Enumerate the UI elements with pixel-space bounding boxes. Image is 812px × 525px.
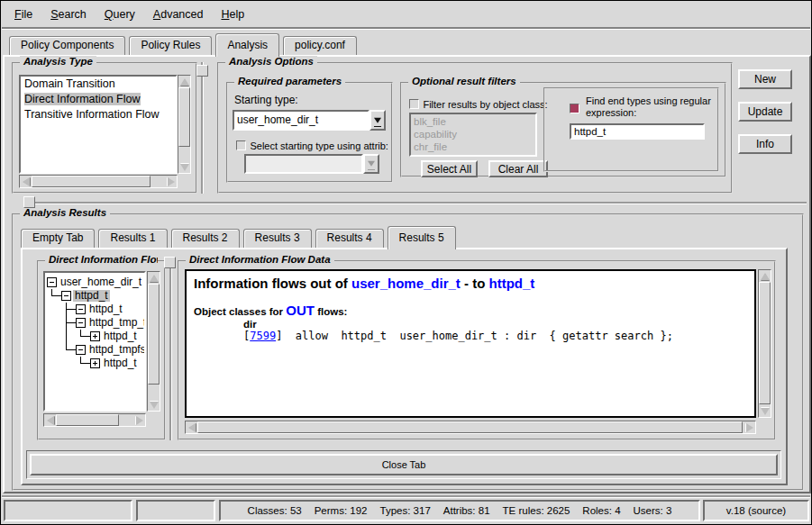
update-button[interactable]: Update [738,102,792,122]
flow-data-textarea[interactable]: Information flows out of user_home_dir_t… [185,269,756,418]
clear-all-button[interactable]: Clear All [488,160,548,177]
scroll-left-arrow-icon[interactable] [44,414,56,426]
scrollbar-thumb[interactable] [759,282,771,404]
tree-collapse-icon[interactable] [76,304,86,314]
analysis-type-hscrollbar[interactable] [19,175,178,188]
results-tab-empty-tab[interactable]: Empty Tab [21,229,95,248]
flow-tree-title: Direct Information Flow 1 [45,254,158,265]
flow-data-vscrollbar[interactable] [758,269,771,418]
scroll-left-arrow-icon[interactable] [186,421,197,433]
scrollbar-thumb[interactable] [148,284,160,385]
tree-node-label[interactable]: httpd_tmp_t [87,317,146,329]
regex-checkbox[interactable] [570,104,579,113]
scroll-up-arrow-icon[interactable] [148,272,160,284]
results-tab-results-4[interactable]: Results 4 [315,229,384,248]
scroll-down-arrow-icon[interactable] [759,405,771,417]
status-panel-version: v.18 (source) [703,500,809,521]
status-stat: Roles: 4 [582,505,620,516]
tab-analysis[interactable]: Analysis [215,33,279,57]
tree-collapse-icon[interactable] [47,277,57,287]
close-tab-button[interactable]: Close Tab [30,454,778,475]
tree-collapse-icon[interactable] [76,318,86,328]
tab-policy-conf[interactable]: policy.conf [283,36,357,55]
scroll-down-arrow-icon[interactable] [148,399,160,411]
tree-node-label[interactable]: httpd_t [102,330,139,342]
starting-type-dropdown-button[interactable] [370,110,386,131]
menu-bar: FileSearchQueryAdvancedHelp [2,2,810,27]
scrollbar-thumb[interactable] [32,176,151,187]
analysis-type-listbox[interactable]: Domain TransitionDirect Information Flow… [19,75,178,174]
analysis-type-vscrollbar[interactable] [178,75,191,174]
scroll-up-arrow-icon[interactable] [759,270,771,282]
tree-node[interactable]: httpd_tmp_t [45,316,144,330]
regex-input[interactable] [570,123,705,140]
flow-target-type: httpd_t [489,276,535,291]
analysis-type-item[interactable]: Direct Information Flow [21,92,176,107]
scrollbar-thumb[interactable] [56,414,119,426]
pane-sash-vertical[interactable] [201,62,203,194]
menu-file[interactable]: File [5,5,41,23]
tree-node[interactable]: httpd_tmpfs_t [45,343,144,357]
tab-policy-components[interactable]: Policy Components [9,36,125,55]
tree-node[interactable]: httpd_t [45,330,144,343]
tree-node-label[interactable]: httpd_t [87,303,124,315]
tree-node-label[interactable]: user_home_dir_t [59,276,143,288]
tree-connector-line [52,295,61,296]
info-button[interactable]: Info [738,134,792,154]
select-all-button[interactable]: Select All [421,160,478,177]
tree-expand-icon[interactable] [90,331,100,341]
results-tab-results-2[interactable]: Results 2 [171,229,240,248]
object-class-checkbox-row: Filter results by object class: [409,95,548,112]
statusbar-separator [2,495,810,497]
tree-node-label[interactable]: httpd_tmpfs_t [87,344,146,356]
tree-collapse-icon[interactable] [61,291,71,301]
tree-node-label[interactable]: httpd_t [102,358,139,369]
flow-tree-hscrollbar[interactable] [43,413,146,427]
menu-query[interactable]: Query [96,5,144,23]
tab-policy-rules[interactable]: Policy Rules [129,36,212,55]
scroll-down-arrow-icon[interactable] [178,161,190,173]
results-tab-results-5[interactable]: Results 5 [388,226,456,249]
scroll-right-arrow-icon[interactable] [744,421,755,433]
tree-node[interactable]: httpd_t [45,303,144,316]
flow-tree[interactable]: user_home_dir_thttpd_thttpd_thttpd_tmp_t… [43,271,146,412]
new-button[interactable]: New [738,69,792,89]
analysis-type-item[interactable]: Domain Transition [21,77,176,92]
tree-node[interactable]: user_home_dir_t [45,276,144,289]
tree-connector-line [81,363,90,364]
analysis-type-item[interactable]: Transitive Information Flow [21,107,176,122]
results-sash-handle[interactable] [23,196,35,208]
status-panel-stats: Classes: 53Perms: 192Types: 317Attribs: … [219,500,700,521]
menu-search[interactable]: Search [41,5,96,23]
scroll-left-arrow-icon[interactable] [20,176,32,187]
tree-connector-line [81,336,90,337]
starting-type-value[interactable]: user_home_dir_t [233,110,370,131]
tree-expand-icon[interactable] [90,358,100,368]
flow-tree-vscrollbar[interactable] [147,271,160,412]
flow-data-hscrollbar[interactable] [185,421,756,434]
tree-data-sash[interactable] [169,260,171,440]
menu-advanced[interactable]: Advanced [144,5,213,23]
results-tab-results-3[interactable]: Results 3 [243,229,312,248]
tree-node-label[interactable]: httpd_t [73,290,110,302]
rule-number-link[interactable]: 7599 [250,330,276,342]
menu-help[interactable]: Help [212,5,253,23]
analysis-type-title: Analysis Type [20,56,96,67]
scroll-right-arrow-icon[interactable] [133,414,145,426]
tree-node[interactable]: httpd_t [45,357,144,370]
object-class-checkbox[interactable] [409,99,419,109]
pane-sash-handle[interactable] [196,65,208,77]
scrollbar-thumb[interactable] [178,87,190,147]
scroll-up-arrow-icon[interactable] [178,76,190,87]
attrib-checkbox[interactable] [236,140,246,150]
flow-source-type: user_home_dir_t [351,276,461,291]
scroll-right-arrow-icon[interactable] [165,176,177,187]
flow-classes-line: Object classes for OUT flows: [194,303,747,318]
scrollbar-thumb[interactable] [197,421,743,433]
tree-node[interactable]: httpd_t [45,289,144,303]
starting-type-combobox[interactable]: user_home_dir_t [233,110,386,131]
tree-collapse-icon[interactable] [76,345,86,355]
results-tab-results-1[interactable]: Results 1 [98,229,167,248]
results-sash[interactable] [35,202,807,204]
tree-data-sash-handle[interactable] [164,257,176,268]
